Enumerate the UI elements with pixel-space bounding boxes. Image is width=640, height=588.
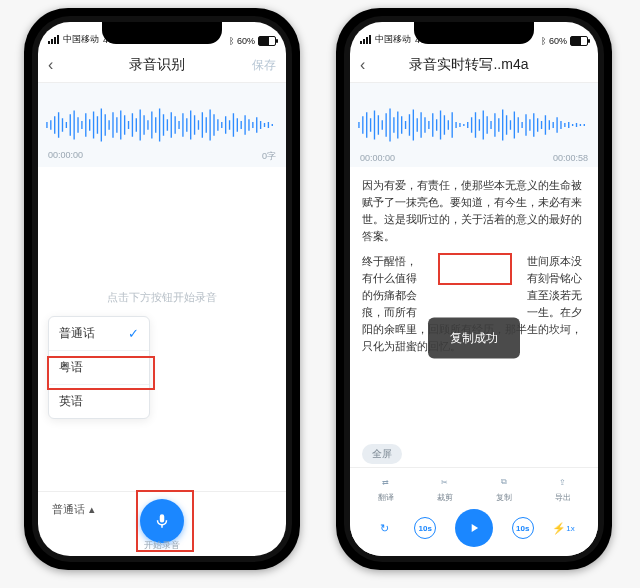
export-icon: ⇪ [555, 474, 571, 490]
bluetooth-icon: ᛒ [229, 36, 234, 46]
loop-button[interactable]: ↻ [373, 517, 395, 539]
notch [102, 22, 222, 44]
signal-icon [48, 35, 59, 44]
scissors-icon: ✂ [437, 474, 453, 490]
language-option-cantonese[interactable]: 粤语 [49, 350, 149, 384]
microphone-icon [153, 512, 171, 530]
tool-cut[interactable]: ✂ 裁剪 [437, 474, 453, 503]
toast-label: 复制成功 [450, 331, 498, 345]
time-end: 00:00:58 [553, 153, 588, 163]
seek-forward-button[interactable]: 10s [512, 517, 534, 539]
phone-mock-left: 中国移动 4G 09:29 ᛒ 60% ‹ 录音识别 保存 [24, 8, 300, 570]
waveform-panel[interactable]: 00:00:00 00:00:58 [350, 83, 598, 167]
toast-message: 复制成功 [428, 318, 520, 359]
translate-icon: ⇄ [378, 474, 394, 490]
record-button[interactable] [140, 499, 184, 543]
check-icon: ✓ [128, 326, 139, 341]
word-count: 0字 [262, 150, 276, 163]
tool-label: 导出 [555, 492, 571, 503]
language-selected-label: 普通话 [52, 502, 85, 517]
language-option-label: 普通话 [59, 325, 95, 342]
carrier-label: 中国移动 [63, 33, 99, 46]
speed-button[interactable]: ⚡1x [553, 517, 575, 539]
carrier-label: 中国移动 [375, 33, 411, 46]
transcript-body[interactable]: 因为有爱，有责任，使那些本无意义的生命被赋予了一抹亮色。要知道，有今生，未必有来… [350, 167, 598, 556]
page-title: 录音实时转写..m4a [386, 56, 552, 74]
play-button[interactable] [455, 509, 493, 547]
battery-percent: 60% [549, 36, 567, 46]
time-start: 00:00:00 [48, 150, 83, 163]
battery-icon [570, 36, 588, 46]
bolt-icon: ⚡ [552, 522, 566, 535]
language-option-label: 粤语 [59, 359, 83, 376]
tool-translate[interactable]: ⇄ 翻译 [378, 474, 394, 503]
seek-back-button[interactable]: 10s [414, 517, 436, 539]
screen-right: 中国移动 4G 09:29 ᛒ 60% ‹ 录音实时转写..m4a 00:00:… [350, 22, 598, 556]
battery-icon [258, 36, 276, 46]
nav-bar: ‹ 录音实时转写..m4a [350, 48, 598, 83]
signal-icon [360, 35, 371, 44]
bottom-bar: 普通话 ▴ 开始录音 [38, 491, 286, 556]
language-option-label: 英语 [59, 393, 83, 410]
page-title: 录音识别 [74, 56, 240, 74]
screen-left: 中国移动 4G 09:29 ᛒ 60% ‹ 录音识别 保存 [38, 22, 286, 556]
save-button[interactable]: 保存 [246, 57, 276, 74]
battery-percent: 60% [237, 36, 255, 46]
transcript-paragraph: 因为有爱，有责任，使那些本无意义的生命被赋予了一抹亮色。要知道，有今生，未必有来… [362, 177, 586, 245]
loop-icon: ↻ [380, 522, 389, 535]
chevron-up-icon: ▴ [89, 503, 95, 516]
language-option-english[interactable]: 英语 [49, 384, 149, 418]
waveform-icon [45, 102, 278, 148]
copy-icon: ⧉ [496, 474, 512, 490]
phone-mock-right: 中国移动 4G 09:29 ᛒ 60% ‹ 录音实时转写..m4a 00:00:… [336, 8, 612, 570]
tool-label: 裁剪 [437, 492, 453, 503]
tool-copy[interactable]: ⧉ 复制 [496, 474, 512, 503]
bluetooth-icon: ᛒ [541, 36, 546, 46]
waveform-panel: 00:00:00 0字 [38, 83, 286, 167]
transcript-body: 点击下方按钮开始录音 普通话 ✓ 粤语 英语 [38, 167, 286, 491]
tool-label: 复制 [496, 492, 512, 503]
fullscreen-button[interactable]: 全屏 [362, 444, 402, 464]
tool-export[interactable]: ⇪ 导出 [555, 474, 571, 503]
waveform-icon [357, 102, 590, 148]
language-selector[interactable]: 普通话 ▴ [52, 502, 95, 517]
record-label: 开始录音 [144, 539, 180, 552]
nav-bar: ‹ 录音识别 保存 [38, 48, 286, 83]
bottom-bar: ⇄ 翻译 ✂ 裁剪 ⧉ 复制 ⇪ 导出 [350, 467, 598, 556]
language-dropdown[interactable]: 普通话 ✓ 粤语 英语 [48, 316, 150, 419]
notch [414, 22, 534, 44]
play-icon [467, 521, 481, 535]
tool-label: 翻译 [378, 492, 394, 503]
time-start: 00:00:00 [360, 153, 395, 163]
speed-label: 1x [566, 524, 574, 533]
back-button[interactable]: ‹ [48, 56, 68, 74]
back-button[interactable]: ‹ [360, 56, 380, 74]
empty-hint: 点击下方按钮开始录音 [38, 290, 286, 305]
language-option-mandarin[interactable]: 普通话 ✓ [49, 317, 149, 350]
